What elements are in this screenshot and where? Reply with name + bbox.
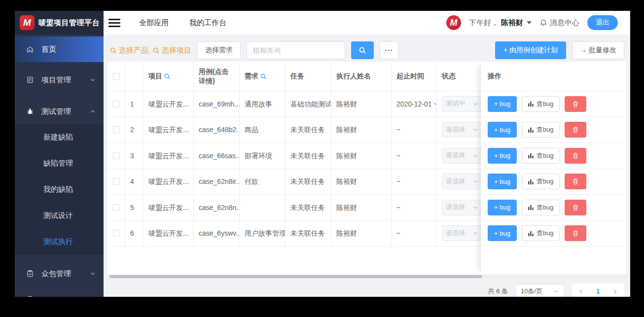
batch-edit-button[interactable]: → 批量修改 bbox=[572, 41, 624, 59]
view-bug-button[interactable]: 查bug bbox=[522, 200, 560, 215]
delete-button[interactable] bbox=[565, 148, 586, 164]
operation-row: + bug 查bug bbox=[481, 117, 626, 143]
fuzzy-search-input[interactable] bbox=[247, 41, 345, 59]
sidebar-item-my-defects[interactable]: 我的缺陷 bbox=[15, 176, 104, 203]
chevron-down-icon bbox=[90, 77, 96, 83]
status-select[interactable]: 请选择 bbox=[442, 174, 482, 189]
row-cell-time: ~ bbox=[392, 143, 437, 169]
sidebar-item-defect-mgmt[interactable]: 缺陷管理 bbox=[15, 150, 104, 176]
search-icon[interactable] bbox=[260, 73, 267, 80]
add-bug-button[interactable]: + bug bbox=[488, 174, 517, 189]
search-icon[interactable] bbox=[164, 73, 171, 80]
status-select[interactable]: 请选择 bbox=[442, 148, 482, 164]
sidebar-item-test-mgmt[interactable]: 测试管理 bbox=[15, 99, 104, 124]
row-cell-usecase[interactable]: case_6yswv... bbox=[194, 221, 240, 247]
brand-logo-icon: M bbox=[20, 15, 35, 30]
operation-column: 操作 + bug 查bug + bug 查bug bbox=[481, 62, 626, 274]
screen: M 唛盟项目管理平台 首页 项目管理 bbox=[0, 0, 644, 317]
test-execution-table: 项目 用例(点击详情) 需求 任务 执行人姓名 起止时间 状态 bbox=[107, 62, 626, 274]
username: 陈裕财 bbox=[501, 18, 523, 28]
trash-icon bbox=[572, 230, 579, 237]
sidebar-item-label: 首页 bbox=[41, 45, 56, 54]
row-checkbox[interactable] bbox=[113, 204, 120, 211]
sidebar-item-crowdsourcing[interactable]: 众包管理 bbox=[15, 261, 104, 286]
row-checkbox[interactable] bbox=[113, 178, 120, 185]
more-filters-button[interactable]: ··· bbox=[380, 41, 398, 59]
bar-chart-icon bbox=[528, 230, 534, 237]
page-size-value: 10条/页 bbox=[521, 287, 542, 296]
chevron-down-icon bbox=[472, 205, 478, 211]
row-checkbox[interactable] bbox=[113, 152, 120, 159]
row-cell-usecase[interactable]: case_69mh... bbox=[194, 91, 240, 117]
row-cell-executor: 陈裕财 bbox=[331, 169, 392, 195]
user-menu[interactable]: 下午好，陈裕财 bbox=[469, 18, 532, 28]
sidebar-item-test-design[interactable]: 测试设计 bbox=[15, 203, 104, 229]
search-button[interactable] bbox=[351, 41, 374, 59]
delete-button[interactable] bbox=[565, 122, 586, 138]
row-cell-requirement: 付款 bbox=[240, 169, 286, 195]
delete-button[interactable] bbox=[565, 174, 586, 189]
view-bug-button[interactable]: 查bug bbox=[522, 96, 560, 112]
user-avatar[interactable]: M bbox=[446, 15, 461, 30]
horizontal-scrollbar[interactable] bbox=[107, 275, 626, 278]
row-cell-requirement: 商品 bbox=[240, 117, 286, 143]
add-bug-button[interactable]: + bug bbox=[488, 200, 517, 215]
select-requirement-button[interactable]: 选择需求 bbox=[197, 41, 241, 59]
row-cell-usecase[interactable]: case_648b2... bbox=[194, 117, 240, 143]
row-cell-time: ~ bbox=[392, 169, 437, 195]
view-bug-button[interactable]: 查bug bbox=[522, 148, 560, 164]
select-all-checkbox[interactable] bbox=[113, 73, 120, 80]
add-bug-button[interactable]: + bug bbox=[488, 148, 517, 164]
view-bug-button[interactable]: 查bug bbox=[522, 122, 560, 138]
add-bug-button[interactable]: + bug bbox=[488, 225, 517, 241]
row-cell-usecase[interactable]: case_62n8ir... bbox=[194, 169, 240, 195]
bar-chart-icon bbox=[528, 127, 534, 133]
status-select[interactable]: 请选择 bbox=[442, 200, 482, 215]
scrollbar-thumb[interactable] bbox=[109, 275, 482, 278]
select-product-link[interactable]: 选择产品 bbox=[109, 46, 148, 55]
status-select[interactable]: 请选择 bbox=[442, 225, 482, 241]
row-checkbox[interactable] bbox=[113, 126, 120, 133]
view-bug-button[interactable]: 查bug bbox=[522, 174, 560, 189]
sidebar-item-partial[interactable] bbox=[15, 286, 104, 297]
sidebar-item-project-mgmt[interactable]: 项目管理 bbox=[15, 67, 104, 93]
delete-button[interactable] bbox=[565, 96, 586, 112]
row-cell-usecase[interactable]: case_66sas... bbox=[194, 143, 240, 169]
logout-button[interactable]: 退出 bbox=[587, 15, 618, 30]
row-cell-checkbox bbox=[107, 91, 125, 117]
sidebar-item-new-defect[interactable]: 新建缺陷 bbox=[15, 124, 104, 150]
message-center-label: 消息中心 bbox=[550, 18, 579, 28]
delete-button[interactable] bbox=[565, 225, 586, 241]
add-bug-button[interactable]: + bug bbox=[488, 122, 517, 138]
add-bug-button[interactable]: + bug bbox=[488, 96, 517, 112]
prev-page-button[interactable] bbox=[578, 288, 584, 295]
row-cell-requirement bbox=[240, 195, 286, 221]
message-center-link[interactable]: 消息中心 bbox=[539, 18, 579, 28]
delete-button[interactable] bbox=[565, 200, 586, 215]
row-cell-project: 唛盟云开发... bbox=[143, 91, 194, 117]
status-select[interactable]: 请选择 bbox=[442, 122, 482, 138]
status-select[interactable]: 测试中 bbox=[442, 96, 482, 112]
hamburger-menu-icon[interactable] bbox=[108, 19, 120, 27]
nav-my-workbench[interactable]: 我的工作台 bbox=[189, 18, 226, 28]
sidebar-item-test-execution[interactable]: 测试执行 bbox=[15, 229, 104, 255]
page-number[interactable]: 1 bbox=[596, 287, 600, 295]
caret-down-icon bbox=[527, 21, 532, 24]
topbar-right: M 下午好，陈裕财 消息中心 退出 bbox=[446, 15, 618, 30]
operation-row: + bug 查bug bbox=[481, 143, 626, 169]
nav-all-apps[interactable]: 全部应用 bbox=[139, 18, 169, 28]
page-size-select[interactable]: 10条/页 bbox=[515, 284, 565, 297]
row-cell-usecase[interactable]: case_62n8n... bbox=[194, 195, 240, 221]
greeting-text: 下午好， bbox=[469, 18, 499, 28]
trash-icon bbox=[572, 152, 579, 159]
create-plan-from-case-button[interactable]: + 由用例创建计划 bbox=[495, 41, 566, 59]
row-cell-project: 唛盟云开发... bbox=[143, 143, 194, 169]
row-checkbox[interactable] bbox=[113, 101, 120, 107]
select-project-link[interactable]: 选择项目 bbox=[152, 46, 191, 55]
header-cell-usecase: 用例(点击详情) bbox=[194, 62, 240, 91]
row-checkbox[interactable] bbox=[113, 230, 120, 237]
view-bug-button[interactable]: 查bug bbox=[522, 225, 560, 241]
sidebar-item-home[interactable]: 首页 bbox=[15, 36, 104, 62]
next-page-button[interactable] bbox=[612, 288, 618, 295]
logo: M 唛盟项目管理平台 bbox=[15, 11, 104, 35]
